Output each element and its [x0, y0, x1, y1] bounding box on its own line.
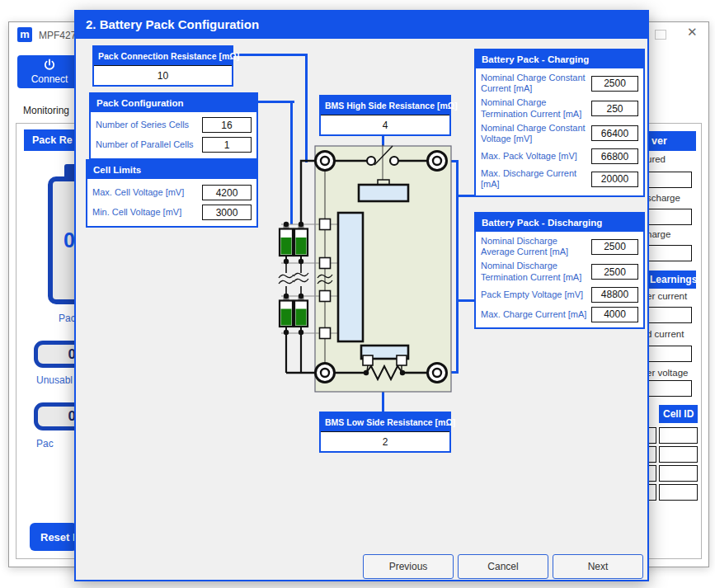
- field-label: Max. Discharge Current [mA]: [481, 168, 591, 190]
- reset-button[interactable]: Reset I: [30, 523, 78, 551]
- switch-contact: [367, 157, 375, 165]
- max-cell-voltage-input[interactable]: 4200: [202, 185, 252, 200]
- field-label: d current: [647, 329, 684, 339]
- panel-header: Pack Configuration: [91, 94, 256, 112]
- bms-ic: [338, 213, 363, 341]
- min-cell-voltage-input[interactable]: 3000: [202, 205, 252, 220]
- close-icon[interactable]: ✕: [687, 25, 698, 40]
- stat-field-label: Pac: [36, 438, 54, 449]
- field-label: er voltage: [647, 368, 689, 378]
- learnings-section-header: Learnings: [645, 270, 696, 289]
- connector-line: [233, 54, 308, 56]
- battery-gauge-value: 0: [64, 228, 75, 252]
- text-input[interactable]: [645, 307, 692, 323]
- parallel-cells-input[interactable]: 1: [202, 137, 252, 153]
- connect-button-label: Connect: [31, 73, 68, 85]
- power-icon: [43, 59, 56, 72]
- panel-header: BMS Low Side Resistance [mΩ]: [321, 413, 449, 431]
- battery-pack-circuit-diagram: [270, 138, 509, 402]
- dialog-title: 2. Battery Pack Configuration: [74, 10, 649, 39]
- max-pack-voltage-input[interactable]: 66800: [591, 148, 638, 164]
- field-label: Number of Series Cells: [96, 120, 189, 130]
- field-label: Number of Parallel Cells: [96, 139, 194, 150]
- field-label: Max. Charge Current [mA]: [481, 309, 591, 320]
- stat-field-label: Unusabl: [36, 374, 73, 386]
- panel-header: Cell Limits: [87, 161, 256, 179]
- tab-monitoring[interactable]: Monitoring: [23, 105, 69, 116]
- bms-low-side-resistance-panel: BMS Low Side Resistance [mΩ] 2: [319, 412, 451, 453]
- nominal-discharge-termination-current-input[interactable]: 2500: [591, 264, 638, 280]
- connect-button[interactable]: Connect: [17, 55, 82, 88]
- nominal-charge-constant-current-input[interactable]: 2500: [591, 76, 638, 92]
- table-cell[interactable]: [659, 446, 698, 463]
- field-label: Min. Cell Voltage [mV]: [92, 207, 181, 218]
- text-input[interactable]: [645, 209, 692, 225]
- battery-pack-charging-panel: Battery Pack - Charging Nominal Charge C…: [474, 49, 645, 197]
- power-section-header: ver: [645, 131, 696, 151]
- bms-high-side-resistance-input[interactable]: 4: [321, 115, 449, 134]
- table-cell[interactable]: [659, 465, 698, 482]
- maximize-icon[interactable]: [655, 30, 666, 40]
- text-input[interactable]: [645, 346, 692, 362]
- pack-connection-resistance-panel: Pack Connection Resistance [mΩ] 10: [92, 45, 233, 87]
- max-discharge-current-input[interactable]: 20000: [591, 172, 638, 187]
- battery-cells: [280, 225, 308, 332]
- previous-button[interactable]: Previous: [363, 554, 454, 579]
- battery-pack-configuration-dialog: 2. Battery Pack Configuration: [74, 10, 649, 581]
- field-label: Nominal Charge Termination Current [mA]: [481, 97, 591, 119]
- panel-header: Battery Pack - Discharging: [476, 214, 643, 232]
- field-label: ured: [647, 154, 666, 164]
- switch-contact: [390, 157, 398, 165]
- field-label: Max. Cell Voltage [mV]: [92, 187, 184, 198]
- next-button[interactable]: Next: [553, 554, 643, 579]
- text-input[interactable]: [645, 172, 692, 188]
- high-side-component: [359, 185, 408, 201]
- pack-empty-voltage-input[interactable]: 48800: [591, 287, 638, 303]
- table-cell[interactable]: [659, 427, 698, 444]
- field-label: Nominal Discharge Termination Current [m…: [481, 261, 591, 282]
- pack-connection-resistance-input[interactable]: 10: [94, 65, 232, 85]
- text-input[interactable]: [645, 245, 692, 261]
- connector-line: [258, 101, 294, 103]
- nominal-charge-termination-current-input[interactable]: 250: [591, 101, 638, 116]
- app-logo-icon: m: [17, 27, 32, 42]
- field-label: er current: [647, 291, 687, 301]
- nominal-charge-constant-voltage-input[interactable]: 66400: [591, 125, 638, 141]
- pack-configuration-panel: Pack Configuration Number of Series Cell…: [89, 92, 258, 160]
- bms-high-side-resistance-panel: BMS High Side Resistance [mΩ] 4: [319, 95, 451, 136]
- panel-header: BMS High Side Resistance [mΩ]: [321, 96, 449, 115]
- cell-limits-panel: Cell Limits Max. Cell Voltage [mV] 4200 …: [86, 159, 258, 228]
- cancel-button[interactable]: Cancel: [458, 554, 548, 579]
- table-cell[interactable]: [659, 484, 698, 501]
- field-label: scharge: [647, 193, 680, 203]
- field-label: Nominal Charge Constant Voltage [mV]: [481, 123, 591, 144]
- text-input[interactable]: [645, 380, 692, 397]
- field-label: harge: [647, 229, 670, 239]
- field-label: Pack Empty Voltage [mV]: [481, 289, 591, 300]
- panel-header: Pack Connection Resistance [mΩ]: [94, 47, 232, 65]
- nominal-discharge-average-current-input[interactable]: 2500: [591, 239, 638, 255]
- cell-id-column-header: Cell ID: [659, 405, 698, 423]
- battery-pack-discharging-panel: Battery Pack - Discharging Nominal Disch…: [474, 212, 645, 329]
- series-cells-input[interactable]: 16: [202, 117, 252, 133]
- screen: m MPF4279 ✕ Connect Monitoring Pack Re 0…: [0, 0, 715, 588]
- field-label: Max. Pack Voltage [mV]: [481, 151, 591, 162]
- field-label: Nominal Discharge Average Current [mA]: [481, 236, 591, 257]
- panel-header: Battery Pack - Charging: [476, 50, 643, 68]
- battery-gauge-label: Pac: [59, 313, 76, 324]
- max-charge-current-input[interactable]: 4000: [591, 307, 638, 322]
- field-label: Nominal Charge Constant Current [mA]: [481, 73, 591, 94]
- bms-low-side-resistance-input[interactable]: 2: [321, 431, 449, 451]
